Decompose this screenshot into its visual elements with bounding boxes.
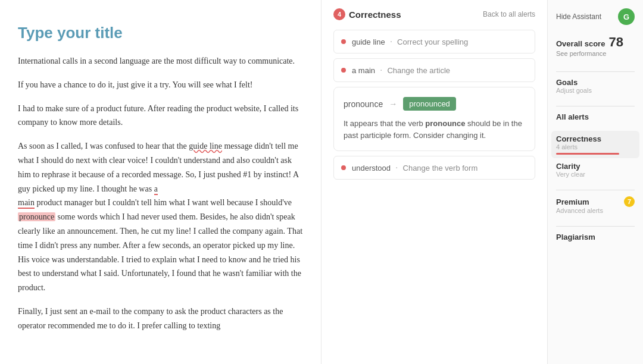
goals-sub[interactable]: Adjust goals bbox=[556, 87, 635, 94]
correctness-label: Correctness bbox=[556, 134, 635, 143]
expanded-alert-card: pronounce → pronounced It appears that t… bbox=[333, 87, 535, 151]
alert-desc-3: Change the verb form bbox=[403, 164, 478, 172]
alert-dot-2 bbox=[341, 68, 346, 73]
alert-item-understood[interactable]: understood · Change the verb form bbox=[333, 156, 535, 180]
correctness-sub: 4 alerts bbox=[556, 143, 635, 150]
score-section: Overall score 78 See performance bbox=[556, 34, 635, 57]
active-bar bbox=[556, 153, 619, 155]
see-performance-link[interactable]: See performance bbox=[556, 50, 635, 57]
hide-assistant-button[interactable]: Hide Assistant bbox=[556, 12, 601, 21]
alert-desc-1: Correct your spelling bbox=[397, 37, 468, 46]
paragraph-5: Finally, I just sent an e-mail to the co… bbox=[18, 305, 303, 333]
error-pronounce[interactable]: pronounce bbox=[18, 212, 55, 221]
sidebar-all-alerts: All alerts bbox=[556, 112, 635, 121]
goals-label[interactable]: Goals bbox=[556, 78, 635, 87]
premium-row: Premium 7 bbox=[556, 196, 635, 207]
sidebar-header: Hide Assistant G bbox=[556, 8, 635, 25]
divider-2 bbox=[556, 106, 635, 106]
alert-card-body: pronounce → pronounced It appears that t… bbox=[334, 87, 535, 150]
sidebar-plagiarism[interactable]: Plagiarism bbox=[556, 233, 635, 241]
alert-word-3: understood bbox=[352, 164, 391, 172]
alerts-panel-title: Correctness bbox=[349, 10, 401, 20]
correction-row: pronounce → pronounced bbox=[344, 97, 525, 111]
error-a-main[interactable]: amain bbox=[18, 184, 158, 209]
arrow-icon: → bbox=[389, 99, 397, 109]
alerts-panel: 4 Correctness Back to all alerts guide l… bbox=[322, 0, 548, 364]
alert-item-guide-line[interactable]: guide line · Correct your spelling bbox=[333, 30, 535, 54]
alert-dot-3 bbox=[341, 165, 346, 170]
doc-body: International calls in a second language… bbox=[18, 54, 303, 333]
sidebar-premium[interactable]: Premium 7 Advanced alerts bbox=[556, 196, 635, 214]
premium-sub: Advanced alerts bbox=[556, 207, 635, 214]
plagiarism-label: Plagiarism bbox=[556, 233, 635, 241]
overall-score-value: 78 bbox=[608, 34, 623, 50]
sidebar: Hide Assistant G Overall score 78 See pe… bbox=[548, 0, 643, 364]
all-alerts-label[interactable]: All alerts bbox=[556, 112, 635, 121]
correction-from: pronounce bbox=[344, 99, 383, 109]
correction-to[interactable]: pronounced bbox=[403, 97, 456, 111]
divider-4 bbox=[556, 226, 635, 227]
alert-dot-1 bbox=[341, 39, 346, 44]
alert-desc-2: Change the article bbox=[387, 66, 450, 75]
divider-1 bbox=[556, 71, 635, 72]
paragraph-4: As soon as I called, I was confused to h… bbox=[18, 139, 303, 295]
sidebar-clarity[interactable]: Clarity Very clear bbox=[556, 162, 635, 178]
clarity-label: Clarity bbox=[556, 162, 635, 171]
avatar: G bbox=[618, 8, 635, 25]
doc-title[interactable]: Type your title bbox=[18, 24, 303, 42]
paragraph-1: International calls in a second language… bbox=[18, 54, 303, 68]
back-link[interactable]: Back to all alerts bbox=[483, 10, 535, 18]
alert-word-1: guide line bbox=[352, 37, 385, 46]
divider-3 bbox=[556, 190, 635, 190]
sidebar-goals: Goals Adjust goals bbox=[556, 78, 635, 94]
alert-badge: 4 bbox=[333, 8, 345, 20]
alert-item-a-main[interactable]: a main · Change the article bbox=[333, 58, 535, 82]
premium-badge: 7 bbox=[624, 196, 635, 207]
overall-score-label: Overall score bbox=[556, 39, 605, 48]
score-row: Overall score 78 bbox=[556, 34, 635, 50]
alerts-header: 4 Correctness Back to all alerts bbox=[333, 6, 535, 20]
premium-label: Premium bbox=[556, 197, 589, 206]
editor-panel: Type your title International calls in a… bbox=[0, 0, 322, 364]
sidebar-correctness[interactable]: Correctness 4 alerts bbox=[551, 131, 639, 158]
clarity-sub: Very clear bbox=[556, 171, 635, 178]
paragraph-2: If you have a chance to do it, just give… bbox=[18, 78, 303, 92]
paragraph-3: I had to make sure of a product future. … bbox=[18, 102, 303, 130]
alert-word-2: a main bbox=[352, 66, 375, 75]
error-guide-line[interactable]: guide line bbox=[189, 142, 222, 150]
alert-explanation: It appears that the verb pronounce shoul… bbox=[344, 118, 525, 141]
